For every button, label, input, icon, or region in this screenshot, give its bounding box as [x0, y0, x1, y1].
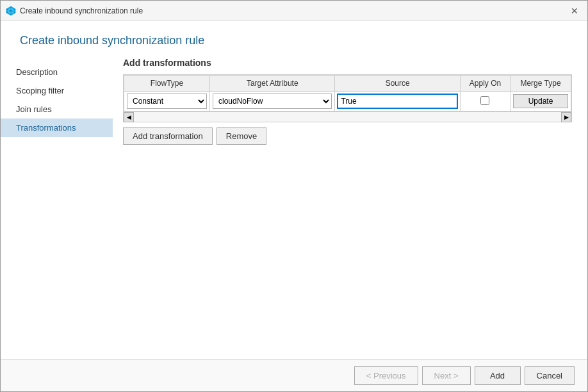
- cell-flowtype[interactable]: Constant Direct Expression: [124, 92, 210, 111]
- col-header-flowtype: FlowType: [124, 76, 210, 92]
- remove-button[interactable]: Remove: [216, 127, 266, 145]
- apply-checkbox[interactable]: [480, 96, 489, 105]
- sidebar-item-transformations[interactable]: Transformations: [1, 118, 113, 137]
- page-title: Create inbound synchronization rule: [1, 21, 587, 58]
- window-title: Create inbound synchronization rule: [20, 6, 143, 15]
- title-bar: Create inbound synchronization rule ✕: [1, 1, 587, 21]
- cell-merge[interactable]: Update: [510, 92, 571, 111]
- section-title: Add transformations: [123, 58, 572, 68]
- sidebar-item-description[interactable]: Description: [1, 63, 113, 81]
- col-header-merge: Merge Type: [510, 76, 571, 92]
- next-button[interactable]: Next >: [422, 366, 471, 385]
- app-icon: [6, 6, 16, 16]
- col-header-source: Source: [335, 76, 460, 92]
- footer: < Previous Next > Add Cancel: [1, 359, 587, 391]
- cell-apply[interactable]: [460, 92, 510, 111]
- main-window: Create inbound synchronization rule ✕ Cr…: [0, 0, 588, 392]
- content-area: Description Scoping filter Join rules Tr…: [1, 58, 587, 359]
- previous-button[interactable]: < Previous: [354, 366, 418, 385]
- flowtype-select[interactable]: Constant Direct Expression: [127, 94, 207, 109]
- transformations-table: FlowType Target Attribute Source Apply O…: [124, 75, 571, 111]
- scroll-left-arrow[interactable]: ◀: [124, 112, 134, 122]
- sidebar-item-join-rules[interactable]: Join rules: [1, 100, 113, 118]
- col-header-target: Target Attribute: [210, 76, 335, 92]
- source-input[interactable]: [338, 94, 457, 108]
- action-buttons: Add transformation Remove: [123, 127, 572, 145]
- close-button[interactable]: ✕: [567, 3, 582, 19]
- cancel-button[interactable]: Cancel: [525, 366, 575, 385]
- target-select[interactable]: cloudNoFlow: [213, 94, 332, 109]
- scroll-track[interactable]: [134, 112, 561, 122]
- add-transformation-button[interactable]: Add transformation: [123, 127, 213, 145]
- table-row: Constant Direct Expression cloudNoFlow: [124, 92, 571, 111]
- scroll-right-arrow[interactable]: ▶: [561, 112, 571, 122]
- sidebar: Description Scoping filter Join rules Tr…: [1, 58, 113, 359]
- main-content: Add transformations FlowType Target Attr…: [113, 58, 587, 359]
- col-header-apply: Apply On: [460, 76, 510, 92]
- horizontal-scrollbar: ◀ ▶: [123, 112, 572, 122]
- cell-source[interactable]: [335, 92, 460, 111]
- add-button[interactable]: Add: [475, 366, 521, 385]
- title-bar-left: Create inbound synchronization rule: [6, 6, 143, 16]
- transformations-table-wrapper: FlowType Target Attribute Source Apply O…: [123, 74, 572, 112]
- cell-target[interactable]: cloudNoFlow: [210, 92, 335, 111]
- window-body: Create inbound synchronization rule Desc…: [1, 21, 587, 391]
- sidebar-item-scoping-filter[interactable]: Scoping filter: [1, 81, 113, 100]
- merge-button[interactable]: Update: [513, 94, 568, 108]
